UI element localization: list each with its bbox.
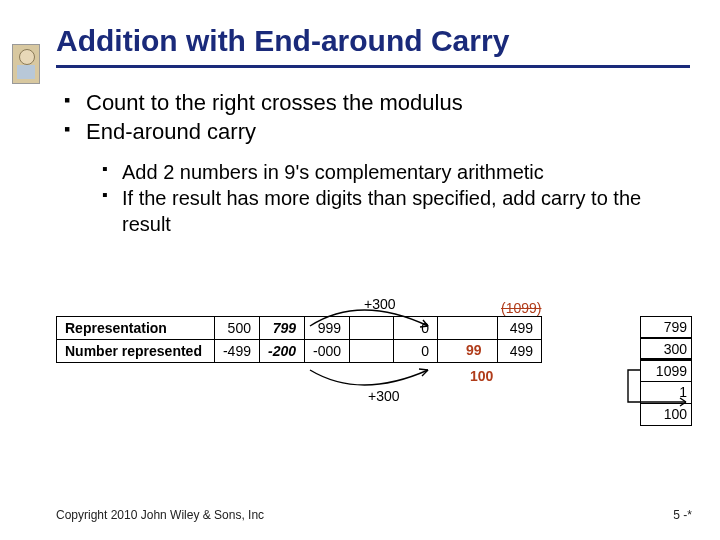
cell: -000 — [305, 340, 350, 363]
cell: 799 — [259, 317, 304, 340]
title-underline — [56, 65, 690, 68]
page-number: 5 -* — [673, 508, 692, 522]
cell: -200 — [259, 340, 304, 363]
annotation-100: 100 — [470, 368, 493, 384]
bullet-2: End-around carry — [64, 117, 690, 147]
arrow-top-curve — [310, 304, 440, 334]
table-row: Representation 500 799 999 0 499 — [57, 317, 542, 340]
plus300-bottom-label: +300 — [368, 388, 400, 404]
cell: 499 — [498, 317, 542, 340]
sub-bullets: Add 2 numbers in 9's complementary arith… — [102, 159, 690, 237]
bullet-1: Count to the right crosses the modulus — [64, 88, 690, 118]
cell: 500 — [214, 317, 259, 340]
cell: -499 — [214, 340, 259, 363]
slide: Addition with End-around Carry Count to … — [0, 0, 720, 540]
annotation-99: 99 — [466, 342, 482, 358]
cell — [350, 340, 394, 363]
sub-bullet-2: If the result has more digits than speci… — [102, 185, 690, 237]
wiley-logo — [12, 44, 40, 84]
calc-addend-b: 300 — [640, 338, 692, 360]
main-bullets: Count to the right crosses the modulus E… — [64, 88, 690, 147]
slide-title: Addition with End-around Carry — [56, 24, 690, 59]
calc-addend-a: 799 — [640, 316, 692, 338]
sub-bullet-1: Add 2 numbers in 9's complementary arith… — [102, 159, 690, 185]
cell — [438, 317, 498, 340]
copyright-text: Copyright 2010 John Wiley & Sons, Inc — [56, 508, 264, 522]
cell: 0 — [394, 340, 438, 363]
carry-arrow-icon — [628, 362, 700, 412]
cell: 499 — [498, 340, 542, 363]
carry-calculation: 799 300 1099 1 100 — [640, 316, 692, 426]
row1-header: Representation — [57, 317, 215, 340]
table-area: +300 (1099) Representation 500 799 999 0… — [56, 316, 690, 363]
crossed-1099: (1099) — [501, 300, 541, 316]
row2-header: Number represented — [57, 340, 215, 363]
